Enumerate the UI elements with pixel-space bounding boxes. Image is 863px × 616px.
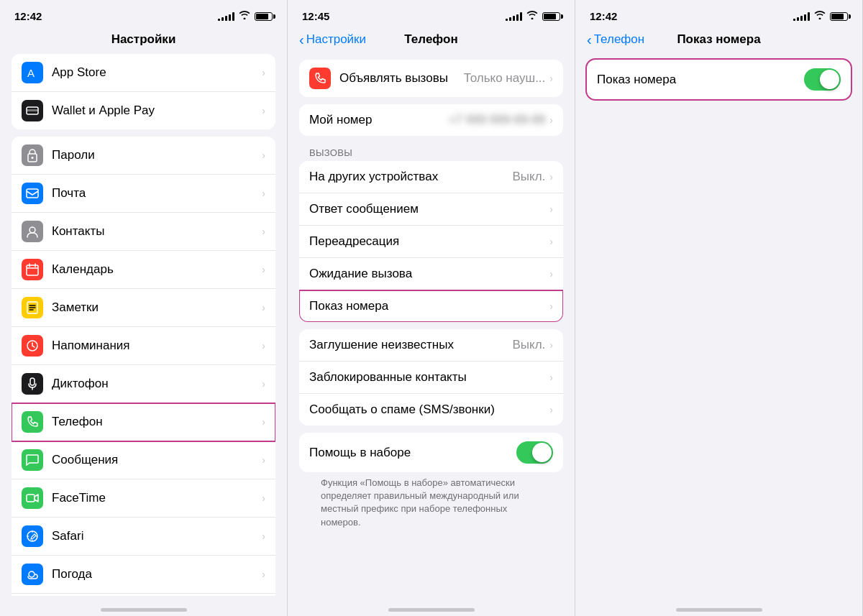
dial-assist-toggle[interactable] (516, 441, 553, 464)
spam-report-item[interactable]: Сообщать о спаме (SMS/звонки) › (299, 394, 563, 426)
wallet-item[interactable]: Wallet и Apple Pay › (12, 92, 275, 129)
contacts-icon (22, 221, 43, 242)
phone-panel: 12:45 ‹ Настройки Телефон (288, 0, 575, 616)
phone-item[interactable]: Телефон › (12, 403, 275, 441)
battery-icon-1 (255, 12, 273, 21)
home-indicator-1 (0, 596, 287, 616)
signal-icon-2 (506, 12, 522, 21)
show-number-label: Показ номера (309, 299, 549, 313)
show-number-item[interactable]: Показ номера › (299, 290, 563, 322)
phone-chevron: › (262, 416, 265, 428)
mail-item[interactable]: Почта › (12, 175, 275, 213)
show-number-toggle-label: Показ номера (597, 73, 676, 87)
reply-message-item[interactable]: Ответ сообщением › (299, 193, 563, 226)
nav-bar-3: ‹ Телефон Показ номера (575, 27, 862, 54)
show-number-scroll[interactable]: Показ номера (575, 54, 862, 596)
calendar-item[interactable]: Календарь › (12, 251, 275, 289)
home-indicator-3 (575, 596, 862, 616)
mail-icon (22, 183, 43, 204)
status-icons-2 (506, 11, 560, 22)
appstore-item[interactable]: A App Store › (12, 54, 275, 92)
dictaphone-icon (22, 373, 43, 395)
other-devices-value: Выкл. (512, 170, 545, 184)
dial-assist-item[interactable]: Помощь в наборе (299, 433, 563, 472)
reply-message-label: Ответ сообщением (309, 202, 549, 216)
calendar-icon (22, 259, 43, 280)
passwords-item[interactable]: Пароли › (12, 137, 275, 175)
my-number-item[interactable]: Мой номер +7 999 999-99-99 › (299, 104, 563, 136)
status-time-1: 12:42 (14, 10, 42, 22)
svg-rect-2 (27, 109, 38, 111)
nav-back-3[interactable]: ‹ Телефон (587, 32, 644, 47)
wallet-icon (22, 100, 43, 121)
status-bar-3: 12:42 (575, 0, 862, 27)
facetime-label: FaceTime (52, 491, 262, 505)
calls-section: На других устройствах Выкл. › Ответ сооб… (299, 161, 563, 322)
reminders-icon (22, 335, 43, 357)
contacts-chevron: › (262, 226, 265, 237)
appstore-label: App Store (52, 65, 262, 80)
facetime-icon (22, 487, 43, 509)
dial-assist-label: Помощь в наборе (309, 446, 516, 460)
forwarding-item[interactable]: Переадресация › (299, 226, 563, 258)
dictaphone-label: Диктофон (52, 377, 262, 391)
facetime-item[interactable]: FaceTime › (12, 479, 275, 518)
other-devices-label: На других устройствах (309, 170, 512, 184)
call-waiting-item[interactable]: Ожидание вызова › (299, 258, 563, 290)
my-number-chevron: › (549, 114, 553, 126)
unknown-section: Заглушение неизвестных Выкл. › Заблокиро… (299, 329, 563, 426)
phone-label: Телефон (52, 415, 262, 429)
call-waiting-chevron: › (549, 268, 553, 280)
other-devices-item[interactable]: На других устройствах Выкл. › (299, 161, 563, 193)
top-apps-section: A App Store › Wallet и Apple Pay › (12, 54, 275, 129)
nav-title-2: Телефон (404, 32, 457, 47)
status-bar-2: 12:45 (288, 0, 575, 27)
silence-unknown-value: Выкл. (512, 338, 545, 352)
messages-item[interactable]: Сообщения › (12, 441, 275, 479)
show-number-toggle-row: Показ номера (587, 60, 851, 99)
phone-scroll[interactable]: Объявлять вызовы Только науш... › Мой но… (288, 54, 575, 596)
calendar-label: Календарь (52, 262, 262, 277)
wifi-icon-1 (239, 11, 250, 22)
status-icons-1 (218, 11, 273, 22)
blocked-contacts-item[interactable]: Заблокированные контакты › (299, 362, 563, 394)
calendar-chevron: › (262, 264, 265, 275)
announce-section: Объявлять вызовы Только науш... › (299, 60, 563, 97)
contacts-item[interactable]: Контакты › (12, 213, 275, 251)
dial-assist-group: Помощь в наборе (299, 433, 563, 472)
show-number-toggle[interactable] (804, 68, 841, 91)
messages-label: Сообщения (52, 453, 262, 467)
main-apps-group: Пароли › Почта › Контакты › (12, 137, 275, 596)
my-number-value: +7 999 999-99-99 (449, 113, 546, 127)
nav-bar-1: Настройки (0, 27, 287, 54)
my-number-label: Мой номер (309, 113, 449, 127)
top-apps-group: A App Store › Wallet и Apple Pay › (12, 54, 275, 129)
forwarding-chevron: › (549, 236, 553, 247)
toggle-knob (532, 443, 552, 462)
safari-item[interactable]: Safari › (12, 518, 275, 556)
messages-chevron: › (262, 454, 265, 466)
dictaphone-chevron: › (262, 378, 265, 390)
settings-panel: 12:42 Настройки (0, 0, 288, 616)
silence-unknown-item[interactable]: Заглушение неизвестных Выкл. › (299, 329, 563, 362)
settings-scroll[interactable]: A App Store › Wallet и Apple Pay › (0, 54, 287, 596)
spam-report-label: Сообщать о спаме (SMS/звонки) (309, 403, 549, 417)
nav-back-2[interactable]: ‹ Настройки (299, 32, 366, 47)
svg-rect-7 (27, 265, 38, 275)
forwarding-label: Переадресация (309, 234, 549, 249)
calls-group: На других устройствах Выкл. › Ответ сооб… (299, 161, 563, 322)
appstore-icon: A (22, 62, 43, 83)
dictaphone-item[interactable]: Диктофон › (12, 365, 275, 403)
wallet-chevron: › (262, 105, 265, 116)
spam-report-chevron: › (549, 404, 553, 415)
svg-point-6 (29, 227, 35, 233)
weather-item[interactable]: Погода › (12, 556, 275, 594)
show-number-toggle-knob (820, 70, 839, 89)
status-bar-1: 12:42 (0, 0, 287, 27)
announce-row[interactable]: Объявлять вызовы Только науш... › (299, 60, 563, 97)
passwords-chevron: › (262, 150, 265, 161)
status-time-3: 12:42 (590, 10, 617, 22)
announce-label: Объявлять вызовы (339, 71, 464, 86)
reminders-item[interactable]: Напоминания › (12, 327, 275, 365)
notes-item[interactable]: Заметки › (12, 289, 275, 327)
